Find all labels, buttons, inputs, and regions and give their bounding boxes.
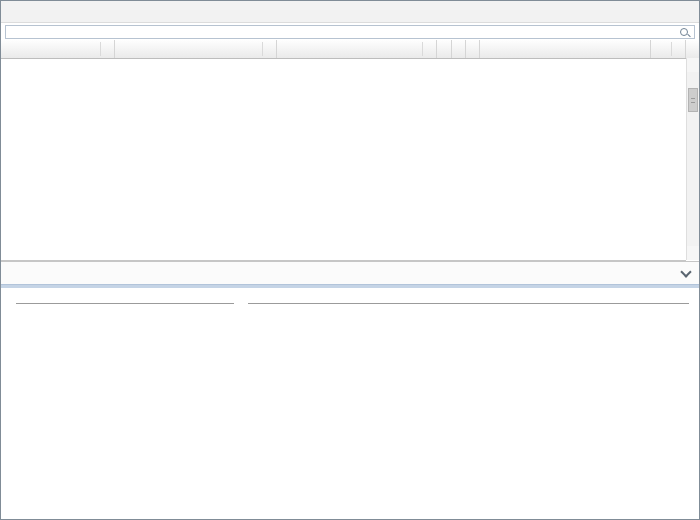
details-pane <box>1 288 699 317</box>
capacity-info-section <box>238 300 699 317</box>
search-icon <box>680 28 688 36</box>
panel-title <box>1 1 699 23</box>
column-header-a2[interactable] <box>466 40 480 58</box>
logical-unit-info-section <box>16 300 238 317</box>
filter-icon[interactable] <box>422 42 435 56</box>
column-header-name[interactable] <box>1 40 115 58</box>
vertical-scrollbar[interactable] <box>686 58 699 260</box>
chevron-down-icon[interactable] <box>680 266 691 277</box>
section-heading <box>16 300 234 304</box>
annotation-box-status-fields <box>10 313 182 315</box>
selected-item-bar[interactable] <box>1 261 699 284</box>
filter-icon[interactable] <box>671 42 684 56</box>
column-header-a1[interactable] <box>452 40 466 58</box>
devices-table <box>1 40 699 261</box>
filter-icon[interactable] <box>100 42 113 56</box>
column-header-health-status[interactable] <box>277 40 437 58</box>
section-heading <box>248 300 689 304</box>
column-header-p[interactable] <box>651 40 686 58</box>
column-header-type[interactable] <box>115 40 277 58</box>
scrollbar-thumb[interactable] <box>688 88 698 112</box>
search-input[interactable] <box>5 25 695 39</box>
table-header-row <box>1 40 699 59</box>
column-header-stub <box>686 40 699 58</box>
scroll-up-icon[interactable] <box>687 58 699 72</box>
scroll-down-icon[interactable] <box>687 246 699 260</box>
column-header-s[interactable] <box>437 40 452 58</box>
filter-icon[interactable] <box>262 42 275 56</box>
column-header-sm-name[interactable] <box>480 40 651 58</box>
search-bar <box>1 23 699 40</box>
storage-devices-panel <box>0 0 700 520</box>
table-body <box>1 59 686 261</box>
